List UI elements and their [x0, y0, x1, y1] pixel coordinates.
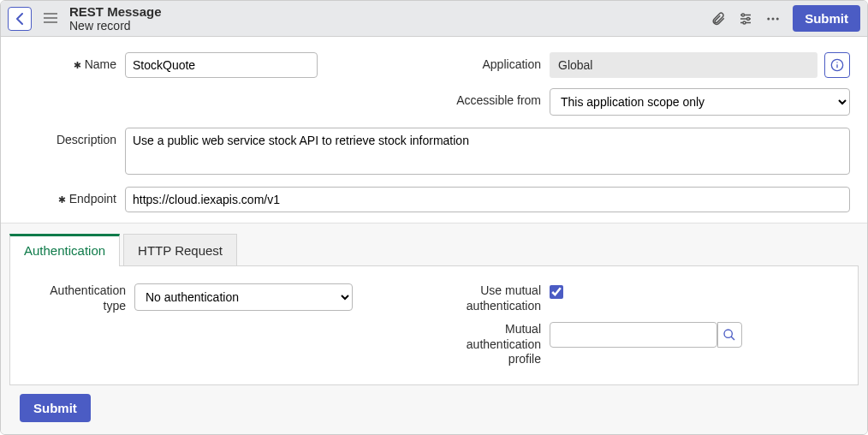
back-button[interactable]: [8, 7, 32, 31]
field-accessible-from: Accessible from This application scope o…: [443, 88, 850, 116]
field-mutual-auth: Use mutual authentication: [443, 283, 841, 313]
header-bar: REST Message New record Submit: [1, 1, 867, 37]
field-description: Description: [18, 128, 850, 175]
tab-panel-authentication: Authentication type No authentication Us…: [9, 265, 859, 385]
svg-point-12: [724, 330, 732, 337]
footer: Submit: [9, 385, 859, 434]
tab-authentication[interactable]: Authentication: [9, 234, 120, 266]
svg-point-8: [776, 17, 779, 20]
svg-point-3: [742, 14, 745, 16]
mutual-auth-label: Use mutual authentication: [443, 283, 541, 313]
auth-type-label: Authentication type: [27, 283, 126, 313]
svg-point-7: [772, 17, 775, 20]
page-subtitle: New record: [69, 19, 162, 33]
header-actions: Submit: [710, 5, 860, 32]
more-icon[interactable]: [765, 11, 781, 27]
info-icon: [830, 58, 844, 72]
endpoint-input[interactable]: [125, 187, 850, 212]
menu-icon[interactable]: [40, 9, 61, 29]
svg-point-6: [767, 17, 770, 20]
required-icon: ✱: [74, 57, 80, 71]
svg-point-5: [743, 21, 746, 24]
chevron-left-icon: [16, 13, 23, 25]
tabbar: Authentication HTTP Request: [9, 234, 859, 266]
search-icon: [722, 328, 736, 342]
settings-icon[interactable]: [738, 11, 753, 27]
tab-http-request[interactable]: HTTP Request: [123, 234, 237, 266]
description-input[interactable]: [125, 128, 850, 175]
field-mutual-profile: Mutual authentication profile: [443, 322, 841, 367]
info-button[interactable]: [824, 52, 850, 78]
svg-point-4: [747, 17, 750, 20]
field-endpoint: ✱Endpoint: [18, 187, 850, 212]
name-input[interactable]: [125, 52, 318, 78]
header-titles: REST Message New record: [69, 4, 162, 33]
description-label: Description: [18, 128, 116, 146]
field-name: ✱Name: [18, 52, 425, 78]
submit-button-header[interactable]: Submit: [793, 5, 860, 32]
field-application: Application Global: [443, 52, 850, 78]
mutual-auth-checkbox[interactable]: [550, 285, 563, 299]
form-area: ✱Name Application Global Accessible from: [1, 37, 867, 223]
tabs-section: Authentication HTTP Request Authenticati…: [1, 223, 867, 435]
mutual-profile-label: Mutual authentication profile: [443, 322, 541, 367]
mutual-profile-input[interactable]: [550, 322, 717, 348]
page-title: REST Message: [69, 4, 162, 19]
accessible-from-label: Accessible from: [443, 88, 541, 107]
endpoint-label: ✱Endpoint: [18, 187, 116, 206]
attachment-icon[interactable]: [710, 11, 726, 27]
field-auth-type: Authentication type No authentication: [27, 283, 425, 313]
svg-line-13: [731, 337, 734, 340]
svg-point-11: [836, 63, 837, 63]
required-icon: ✱: [58, 192, 65, 206]
auth-type-select[interactable]: No authentication: [134, 283, 353, 311]
application-label: Application: [443, 52, 541, 71]
application-value: Global: [550, 52, 817, 78]
accessible-from-select[interactable]: This application scope only: [550, 88, 850, 116]
submit-button-footer[interactable]: Submit: [20, 394, 91, 422]
name-label: ✱Name: [18, 52, 116, 71]
lookup-button[interactable]: [717, 322, 742, 348]
